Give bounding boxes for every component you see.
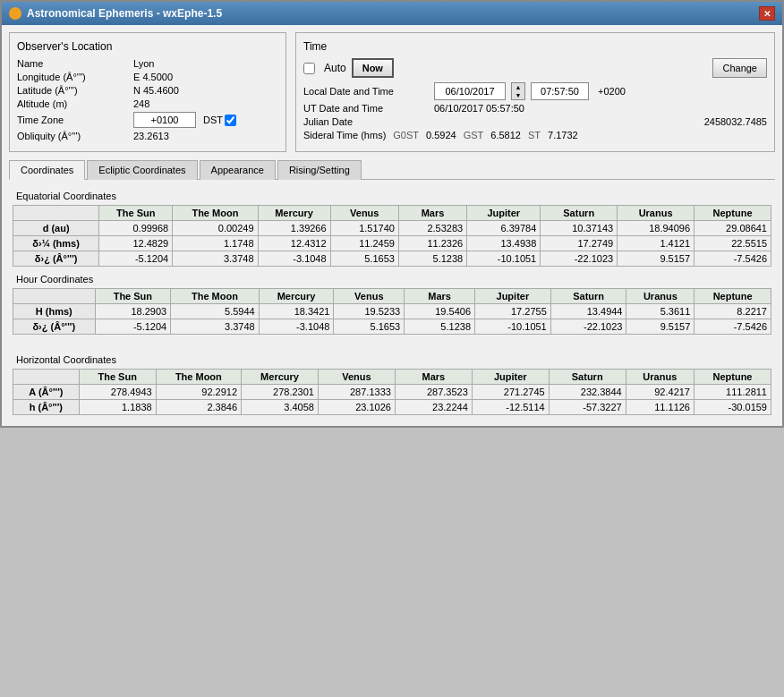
hr-col-venus: Venus xyxy=(334,289,405,304)
eq-row1-mars: 11.2326 xyxy=(398,236,466,251)
date-down-button[interactable]: ▼ xyxy=(512,91,524,99)
hr-row1-label: δ›¿ (Â°''') xyxy=(13,319,96,335)
eq-row2-uranus: 9.5157 xyxy=(618,251,695,267)
hr-col-neptune: Neptune xyxy=(695,289,771,304)
st-value: 7.1732 xyxy=(548,130,578,140)
eq-row1-neptune: 22.5515 xyxy=(695,236,771,251)
hz-row0-mars: 287.3523 xyxy=(395,385,472,400)
tab-appearance[interactable]: Appearance xyxy=(200,160,276,180)
tab-coordinates[interactable]: Coordinates xyxy=(9,160,85,180)
eq-row0-venus: 1.51740 xyxy=(330,221,398,236)
spacer xyxy=(13,335,771,347)
name-value: Lyon xyxy=(133,58,154,69)
top-section: Observer's Location Name Lyon Longitude … xyxy=(9,32,775,152)
eq-col-mercury: Mercury xyxy=(258,206,330,221)
hr-col-sun: The Sun xyxy=(95,289,171,304)
julian-label: Julian Date xyxy=(303,116,429,127)
hr-col-mars: Mars xyxy=(405,289,475,304)
now-button[interactable]: Now xyxy=(352,58,394,78)
table-row: A (Â°''') 278.4943 92.2912 278.2301 287.… xyxy=(13,385,771,400)
hr-col-0 xyxy=(13,289,96,304)
hr-row0-moon: 5.5944 xyxy=(171,304,259,319)
tabs-bar: Coordinates Ecliptic Coordinates Appeara… xyxy=(9,159,775,180)
eq-row2-mercury: -3.1048 xyxy=(258,251,330,267)
hr-row0-uranus: 5.3611 xyxy=(626,304,695,319)
auto-checkbox[interactable] xyxy=(303,63,315,74)
table-row: H (hms) 18.2903 5.5944 18.3421 19.5233 1… xyxy=(13,304,771,319)
hr-row1-jupiter: -10.1051 xyxy=(475,319,551,335)
window-title: Astronomical Ephemeris - wxEphe-1.5 xyxy=(27,7,222,20)
altitude-row: Altitude (m) 248 xyxy=(17,98,278,109)
name-row: Name Lyon xyxy=(17,58,278,69)
hr-row1-moon: 3.3748 xyxy=(171,319,259,335)
hz-col-mars: Mars xyxy=(395,370,472,385)
date-spinner[interactable]: ▲ ▼ xyxy=(511,82,525,100)
eq-col-sun: The Sun xyxy=(99,206,173,221)
hr-row1-venus: 5.1653 xyxy=(334,319,405,335)
hz-col-0 xyxy=(13,370,80,385)
ut-value: 06/10/2017 05:57:50 xyxy=(434,103,524,114)
timezone-row: Time Zone DST xyxy=(17,112,278,128)
hr-col-uranus: Uranus xyxy=(626,289,695,304)
eq-row2-sun: -5.1204 xyxy=(99,251,173,267)
local-date-input[interactable] xyxy=(434,82,506,100)
time-panel: Time Auto Now Change Local Date and Time… xyxy=(295,32,775,152)
eq-col-mars: Mars xyxy=(398,206,466,221)
hz-row1-label: h (Â°''') xyxy=(13,400,80,415)
eq-row2-label: δ›¿ (Â°''') xyxy=(13,251,99,267)
hr-col-mercury: Mercury xyxy=(259,289,334,304)
table-row: d (au) 0.99968 0.00249 1.39266 1.51740 2… xyxy=(13,221,771,236)
hz-row1-mercury: 3.4058 xyxy=(242,400,319,415)
hr-col-saturn: Saturn xyxy=(550,289,626,304)
eq-row1-uranus: 1.4121 xyxy=(618,236,695,251)
equatorial-table: The Sun The Moon Mercury Venus Mars Jupi… xyxy=(13,205,771,267)
hz-col-sun: The Sun xyxy=(79,370,156,385)
hr-row1-saturn: -22.1023 xyxy=(550,319,626,335)
altitude-value: 248 xyxy=(133,98,149,109)
obliquity-value: 23.2613 xyxy=(133,131,169,141)
hr-col-jupiter: Jupiter xyxy=(475,289,551,304)
eq-row2-venus: 5.1653 xyxy=(330,251,398,267)
hr-row1-sun: -5.1204 xyxy=(95,319,171,335)
eq-row0-mercury: 1.39266 xyxy=(258,221,330,236)
eq-row2-neptune: -7.5426 xyxy=(695,251,771,267)
table-row: h (Â°''') 1.1838 2.3846 3.4058 23.1026 2… xyxy=(13,400,771,415)
change-button[interactable]: Change xyxy=(712,58,767,78)
eq-row2-saturn: -22.1023 xyxy=(541,251,618,267)
st-label: ST xyxy=(528,130,541,140)
timezone-input[interactable] xyxy=(133,112,196,128)
local-time-input[interactable] xyxy=(531,82,589,100)
ut-label: UT Date and Time xyxy=(303,103,429,114)
main-window: Astronomical Ephemeris - wxEphe-1.5 ✕ Ob… xyxy=(0,0,784,428)
date-up-button[interactable]: ▲ xyxy=(512,83,524,91)
eq-col-jupiter: Jupiter xyxy=(467,206,541,221)
dst-label: DST xyxy=(203,115,223,125)
eq-row0-neptune: 29.08641 xyxy=(695,221,771,236)
tab-ecliptic[interactable]: Ecliptic Coordinates xyxy=(87,160,197,180)
gst-label: GST xyxy=(464,130,484,140)
hz-col-saturn: Saturn xyxy=(549,370,626,385)
hz-row1-uranus: 11.1126 xyxy=(626,400,694,415)
eq-row0-label: d (au) xyxy=(13,221,99,236)
obliquity-label: Obliquity (Â°''') xyxy=(17,131,133,141)
eq-row2-jupiter: -10.1051 xyxy=(467,251,541,267)
gost-label: G0ST xyxy=(393,130,419,140)
auto-label: Auto xyxy=(324,62,346,74)
longitude-row: Longitude (Â°''') E 4.5000 xyxy=(17,72,278,82)
close-button[interactable]: ✕ xyxy=(759,6,775,21)
hz-row1-saturn: -57.3227 xyxy=(549,400,626,415)
tab-content: Equatorial Coordinates The Sun The Moon … xyxy=(9,180,775,419)
hz-row0-saturn: 232.3844 xyxy=(549,385,626,400)
eq-row1-sun: 12.4829 xyxy=(99,236,173,251)
auto-now-row: Auto Now Change xyxy=(303,58,767,78)
gost-value: 0.5924 xyxy=(426,130,456,140)
hz-row1-neptune: -30.0159 xyxy=(694,400,771,415)
tab-rising-setting[interactable]: Rising/Setting xyxy=(277,160,362,180)
horizontal-title: Horizontal Coordinates xyxy=(16,354,771,365)
equatorial-title: Equatorial Coordinates xyxy=(16,191,771,201)
eq-row2-mars: 5.1238 xyxy=(398,251,466,267)
longitude-value: E 4.5000 xyxy=(133,72,173,82)
hz-row1-moon: 2.3846 xyxy=(156,400,241,415)
julian-value: 2458032.7485 xyxy=(704,116,767,127)
dst-checkbox[interactable] xyxy=(225,115,236,126)
